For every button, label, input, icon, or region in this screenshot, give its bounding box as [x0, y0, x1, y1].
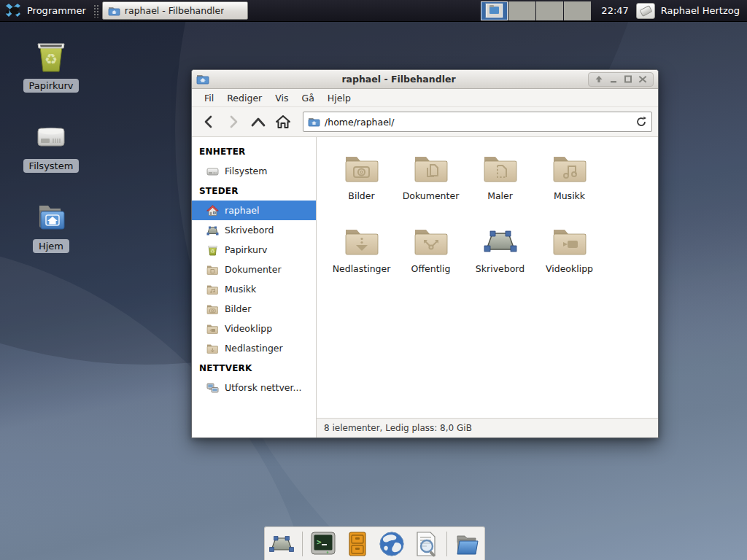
sidebar-item-videos[interactable]: Videoklipp [192, 319, 316, 338]
window-controls [588, 72, 654, 87]
folder-downloads-icon [344, 223, 380, 260]
file-item-offentlig[interactable]: Offentlig [396, 217, 465, 290]
sidebar-item-label: Papirkurv [225, 244, 268, 255]
desktop-icon-label: Hjem [33, 239, 69, 253]
sidebar-section-devices: ENHETER [192, 141, 316, 161]
svg-text:♻: ♻ [210, 248, 214, 254]
sidebar-item-filesystem[interactable]: Filsystem [192, 161, 316, 181]
sidebar-item-browse-network[interactable]: Utforsk nettver... [192, 378, 316, 397]
up-icon [251, 117, 266, 127]
file-item-skrivebord[interactable]: Skrivebord [465, 217, 535, 290]
file-label: Offentlig [411, 263, 451, 274]
toolbar: /home/raphael/ [192, 107, 658, 137]
sidebar-item-label: Utforsk nettver... [225, 382, 301, 393]
panel-user-name[interactable]: Raphael Hertzog [661, 5, 740, 16]
file-item-nedlastinger[interactable]: Nedlastinger [327, 217, 396, 290]
panel-clock[interactable]: 22:47 [601, 5, 628, 16]
mini-folder-icon [489, 7, 499, 14]
window-titlebar[interactable]: raphael - Filbehandler [192, 70, 658, 89]
desktop-icon-filesystem[interactable]: Filsystem [11, 118, 91, 173]
reload-icon[interactable] [635, 116, 647, 128]
svg-text:>: > [317, 537, 322, 547]
menu-edit[interactable]: Rediger [220, 90, 268, 106]
bottom-dock: > [264, 526, 485, 560]
menu-help[interactable]: Hjelp [321, 90, 357, 106]
trash-icon: ♻ [33, 38, 69, 74]
shade-button[interactable] [593, 74, 605, 85]
folder-music-icon [551, 150, 588, 187]
menu-go[interactable]: Gå [295, 90, 321, 106]
workspace-4[interactable] [564, 1, 591, 20]
sidebar-item-label: raphael [225, 205, 259, 216]
menu-file[interactable]: Fil [198, 90, 220, 106]
file-item-videoklipp[interactable]: Videoklipp [535, 217, 604, 290]
applications-menu-button[interactable]: Programmer [0, 0, 93, 21]
maximize-button[interactable] [622, 74, 634, 85]
desktop-icon-label: Filsystem [23, 159, 80, 173]
sidebar-item-raphael[interactable]: raphael [192, 201, 316, 220]
back-button[interactable] [198, 111, 220, 133]
file-item-dokumenter[interactable]: Dokumenter [396, 144, 465, 217]
file-item-bilder[interactable]: Bilder [327, 144, 396, 217]
file-label: Musikk [554, 190, 585, 201]
sidebar-item-desktop[interactable]: Skrivebord [192, 220, 316, 240]
workspace-2[interactable] [508, 1, 535, 20]
minimize-button[interactable] [608, 74, 619, 85]
file-item-maler[interactable]: Maler [465, 144, 535, 217]
task-button-filemanager[interactable]: raphael - Filbehandler [102, 1, 248, 20]
sidebar-item-downloads[interactable]: Nedlastinger [192, 338, 316, 358]
sidebar-item-trash[interactable]: ♻ Papirkurv [192, 240, 316, 260]
places-sidebar: ENHETER Filsystem STEDER raphael Skriveb… [192, 137, 317, 438]
home-icon [206, 205, 219, 217]
sidebar-item-music[interactable]: Musikk [192, 279, 316, 299]
terminal-icon[interactable]: > [309, 530, 337, 558]
status-text: 8 ielementer, Ledig plass: 8,0 GiB [324, 423, 472, 433]
forward-icon [227, 115, 240, 128]
web-browser-icon[interactable] [378, 530, 406, 558]
open-folder-icon[interactable] [454, 530, 481, 558]
folder-documents-icon [206, 264, 219, 276]
folder-videos-icon [206, 323, 219, 335]
show-desktop-icon[interactable] [268, 530, 295, 558]
desktop-icon-trash[interactable]: ♻ Papirkurv [11, 38, 91, 93]
desktop-icon [482, 223, 519, 260]
user-badge-icon[interactable] [636, 3, 655, 19]
sidebar-item-label: Musikk [225, 284, 256, 295]
close-button[interactable] [637, 74, 649, 85]
file-view[interactable]: Bilder Dokumenter [317, 137, 658, 418]
sidebar-item-label: Dokumenter [225, 264, 282, 275]
folder-videos-icon [551, 223, 588, 260]
window-title: raphael - Filbehandler [209, 74, 588, 85]
dock-separator [302, 532, 303, 556]
desktop-icon-home[interactable]: Hjem [11, 198, 91, 253]
top-panel: Programmer raphael - Filbehandler 22:47 … [0, 0, 747, 22]
menu-view[interactable]: Vis [268, 90, 295, 106]
folder-pictures-icon [344, 150, 380, 187]
file-label: Nedlastinger [333, 263, 391, 274]
path-bar[interactable]: /home/raphael/ [303, 112, 652, 132]
svg-text:♻: ♻ [44, 50, 58, 68]
folder-templates-icon [482, 150, 519, 187]
up-button[interactable] [247, 111, 269, 133]
app-finder-icon[interactable] [412, 530, 440, 558]
workspace-1-active[interactable] [481, 1, 508, 20]
file-manager-window: raphael - Filbehandler Fil Rediger Vis G… [191, 69, 659, 438]
workspace-mini-window [486, 4, 503, 18]
desktop-icon-label: Papirkurv [23, 79, 80, 93]
file-item-musikk[interactable]: Musikk [535, 144, 604, 217]
home-button[interactable] [272, 111, 294, 133]
folder-music-icon [206, 284, 219, 295]
sidebar-item-pictures[interactable]: Bilder [192, 299, 316, 319]
taskbar-handle [93, 4, 99, 18]
sidebar-item-label: Videoklipp [225, 323, 272, 334]
path-folder-icon [308, 117, 320, 127]
sidebar-item-label: Skrivebord [225, 225, 274, 236]
desktop-icon [206, 225, 219, 236]
sidebar-item-documents[interactable]: Dokumenter [192, 260, 316, 279]
sidebar-section-places: STEDER [192, 181, 316, 201]
workspace-3[interactable] [536, 1, 563, 20]
folder-downloads-icon [206, 343, 219, 354]
forward-button[interactable] [222, 111, 244, 133]
file-cabinet-icon[interactable] [344, 530, 371, 558]
path-input[interactable]: /home/raphael/ [325, 117, 631, 128]
